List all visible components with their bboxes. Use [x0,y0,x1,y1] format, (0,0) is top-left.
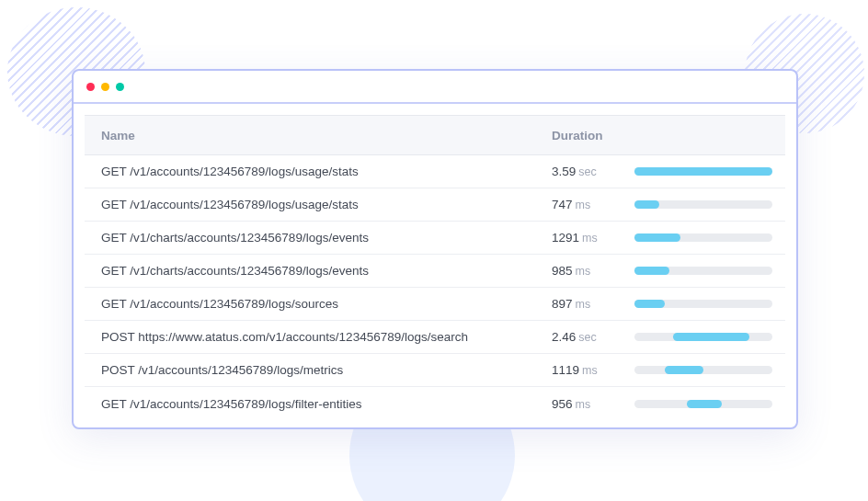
request-duration: 1119ms [552,363,634,377]
request-name: GET /v1/accounts/123456789/logs/usage/st… [101,165,552,178]
window-minimize-icon[interactable] [101,83,109,91]
column-header-name[interactable]: Name [101,129,552,142]
request-duration: 2.46sec [552,330,634,344]
request-duration: 985ms [552,264,634,278]
table-header-row: Name Duration [85,115,785,155]
request-name: POST https://www.atatus.com/v1/accounts/… [101,330,552,344]
table-row[interactable]: GET /v1/charts/accounts/123456789/logs/e… [85,255,785,288]
table-row[interactable]: POST /v1/accounts/123456789/logs/metrics… [85,354,785,387]
table-row[interactable]: GET /v1/charts/accounts/123456789/logs/e… [85,222,785,255]
duration-bar [634,200,772,209]
duration-bar [634,167,772,176]
request-duration: 897ms [552,297,634,311]
table-row[interactable]: GET /v1/accounts/123456789/logs/sources8… [85,288,785,321]
window-zoom-icon[interactable] [116,83,124,91]
table-row[interactable]: GET /v1/accounts/123456789/logs/usage/st… [85,188,785,222]
request-duration: 1291ms [552,231,634,245]
request-name: GET /v1/accounts/123456789/logs/sources [101,297,552,311]
duration-bar [634,333,772,341]
requests-table: Name Duration GET /v1/accounts/123456789… [74,104,796,427]
request-name: GET /v1/accounts/123456789/logs/usage/st… [101,198,552,211]
request-name: GET /v1/accounts/123456789/logs/filter-e… [101,397,552,411]
window-close-icon[interactable] [86,83,95,91]
request-duration: 956ms [552,397,634,411]
table-row[interactable]: GET /v1/accounts/123456789/logs/usage/st… [85,155,785,188]
column-header-duration[interactable]: Duration [552,129,634,142]
duration-bar [634,400,772,408]
app-window: Name Duration GET /v1/accounts/123456789… [72,69,798,429]
duration-bar [634,267,772,275]
window-titlebar [74,71,796,104]
request-duration: 3.59sec [552,165,634,178]
duration-bar [634,366,772,374]
request-name: GET /v1/charts/accounts/123456789/logs/e… [101,264,552,278]
duration-bar [634,300,772,308]
request-name: POST /v1/accounts/123456789/logs/metrics [101,363,552,377]
table-row[interactable]: GET /v1/accounts/123456789/logs/filter-e… [85,387,785,420]
request-name: GET /v1/charts/accounts/123456789/logs/e… [101,231,552,245]
request-duration: 747ms [552,198,634,211]
duration-bar [634,233,772,242]
table-row[interactable]: POST https://www.atatus.com/v1/accounts/… [85,321,785,354]
